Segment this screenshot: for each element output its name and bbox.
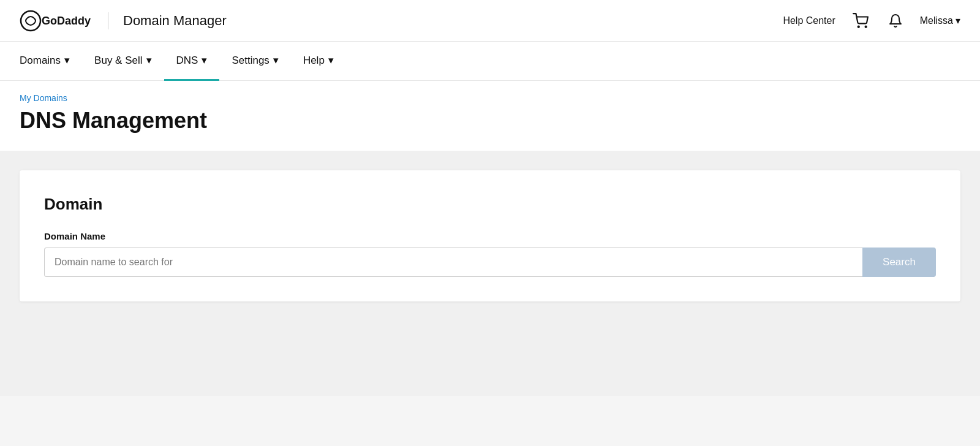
search-button[interactable]: Search — [862, 248, 936, 277]
notifications-button[interactable] — [886, 10, 905, 31]
svg-text:GoDaddy: GoDaddy — [42, 15, 91, 27]
user-menu[interactable]: Melissa ▾ — [920, 15, 960, 26]
domain-search-input[interactable] — [44, 248, 862, 277]
bell-icon — [888, 13, 903, 29]
card-section-title: Domain — [44, 195, 936, 214]
app-title: Domain Manager — [123, 13, 227, 29]
cart-icon — [853, 13, 869, 29]
user-menu-chevron: ▾ — [956, 15, 960, 26]
nav-item-domains[interactable]: Domains ▾ — [20, 42, 82, 81]
header-divider — [108, 12, 108, 29]
godaddy-logo: GoDaddy — [20, 10, 93, 32]
top-header: GoDaddy Domain Manager Help Center Melis… — [0, 0, 980, 42]
svg-point-2 — [858, 26, 859, 27]
nav-item-help[interactable]: Help ▾ — [291, 42, 346, 81]
search-row: Search — [44, 248, 936, 277]
domain-search-card: Domain Domain Name Search — [20, 170, 960, 301]
user-name: Melissa — [920, 15, 953, 26]
logo-area: GoDaddy — [20, 10, 93, 32]
nav-bar: Domains ▾ Buy & Sell ▾ DNS ▾ Settings ▾ … — [0, 42, 980, 81]
svg-point-3 — [865, 26, 866, 27]
nav-item-buy-sell[interactable]: Buy & Sell ▾ — [82, 42, 164, 81]
nav-item-settings[interactable]: Settings ▾ — [219, 42, 290, 81]
help-center-link[interactable]: Help Center — [783, 15, 835, 26]
domain-name-label: Domain Name — [44, 231, 936, 241]
nav-item-dns[interactable]: DNS ▾ — [164, 42, 220, 81]
page-title: DNS Management — [20, 108, 960, 134]
breadcrumb[interactable]: My Domains — [20, 93, 960, 103]
cart-button[interactable] — [850, 10, 871, 31]
header-right: Help Center Melissa ▾ — [783, 10, 960, 31]
svg-point-0 — [21, 11, 40, 31]
header-left: GoDaddy Domain Manager — [20, 10, 227, 32]
main-content: Domain Domain Name Search — [0, 151, 980, 396]
page-header: My Domains DNS Management — [0, 81, 980, 151]
